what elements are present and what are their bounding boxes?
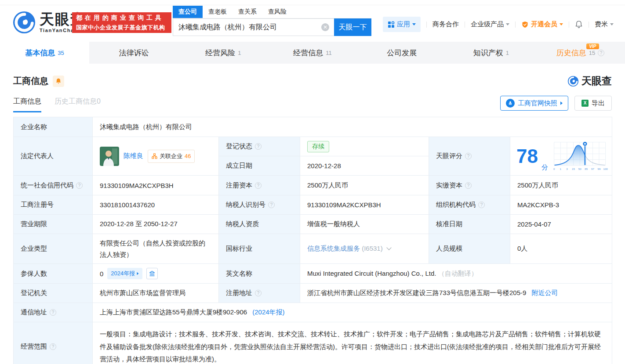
- tab-operation-info[interactable]: 经营信息 11: [268, 42, 357, 64]
- legal-rep-avatar[interactable]: [100, 147, 119, 166]
- tab-label: 法律诉讼: [119, 48, 149, 58]
- mail-address-value: 上海上海市黄浦区望达路55号鼎博大厦9楼902-906 (2024年报): [93, 303, 612, 322]
- credit-code-value: 91330109MA2KCXPB3H: [93, 176, 219, 195]
- nav-enterprise[interactable]: 企业级产品: [471, 20, 509, 29]
- tick-label: 15: [572, 167, 575, 170]
- annual-report-badge[interactable]: 2024年报: [107, 268, 142, 279]
- english-name-text: Muxi Integrated Circuit (Hangzhou) Co., …: [307, 270, 436, 277]
- chevron-down-icon: [506, 23, 509, 25]
- tab-legal-proceedings[interactable]: 法律诉讼: [89, 42, 178, 64]
- tab-label: 基本信息: [25, 48, 55, 58]
- reg-authority-label: 登记机关: [14, 284, 93, 303]
- org-code-label: 组织机构代码?: [429, 195, 510, 215]
- help-icon[interactable]: ?: [465, 182, 472, 189]
- content-area: 工商信息 天眼查 工商信息 历史工商信息0: [0, 74, 625, 364]
- reg-address-value: 浙江省杭州市萧山区经济技术开发区建设三路733号信息港五期一号楼205-9 附近…: [300, 284, 612, 303]
- annual-report-link[interactable]: (2024年报): [252, 308, 284, 316]
- org-chart-icon: [152, 153, 157, 159]
- tab-company-development[interactable]: 公司发展: [357, 42, 447, 64]
- help-icon[interactable]: ?: [50, 343, 56, 350]
- nav-apps-label: 应用: [397, 20, 410, 29]
- business-term-value: 2020-12-28 至 2050-12-27: [93, 215, 219, 234]
- tab-label: 公司发展: [387, 48, 417, 58]
- help-icon[interactable]: ?: [465, 153, 472, 159]
- table-row: 企业名称 沐曦集成电路（杭州）有限公司: [14, 117, 612, 137]
- arrow-right-icon: [137, 272, 139, 275]
- search-tabs: 查公司 查老板 查关系 查风险: [173, 6, 371, 18]
- help-icon[interactable]: ?: [255, 143, 262, 150]
- tick-label: 50: [578, 167, 581, 170]
- search-area: 查公司 查老板 查关系 查风险 ✕ 天眼一下: [173, 6, 371, 36]
- search-button[interactable]: 天眼一下: [334, 18, 371, 36]
- reg-number-value: 330181001437620: [93, 195, 219, 215]
- nav-cooperation[interactable]: 商务合作: [432, 20, 459, 29]
- clear-search-icon[interactable]: ✕: [321, 23, 329, 31]
- tab-history-info[interactable]: 历史信息 15 ? VIP: [536, 42, 625, 64]
- nav-enterprise-label: 企业级产品: [471, 20, 504, 29]
- nav-vip[interactable]: 开通会员: [521, 20, 563, 29]
- related-companies-badge[interactable]: 关联企业 46: [148, 150, 195, 163]
- top-divider: [0, 5, 625, 5]
- help-icon[interactable]: ?: [76, 182, 83, 189]
- table-row: 参保人数 0 2024年报: [14, 264, 612, 284]
- score-cell: 78 分: [510, 137, 612, 176]
- help-icon[interactable]: ?: [50, 309, 56, 316]
- status-badge: 存续: [307, 141, 329, 152]
- insured-trend-button[interactable]: [146, 268, 158, 279]
- nav-vip-label: 开通会员: [531, 20, 557, 29]
- insured-cell: 0 2024年报: [93, 264, 219, 284]
- help-icon[interactable]: ?: [478, 202, 485, 208]
- tab-intellectual-property[interactable]: 知识产权 1: [447, 42, 536, 64]
- company-name-value: 沐曦集成电路（杭州）有限公司: [93, 117, 612, 137]
- subtab-history-business-info[interactable]: 历史工商信息0: [55, 97, 101, 112]
- tab-count: 11: [326, 50, 332, 56]
- tab-label: 历史信息: [556, 48, 586, 58]
- label-text: 组织机构代码: [436, 201, 476, 209]
- subscribe-bell-button[interactable]: [53, 76, 64, 87]
- chevron-down-icon[interactable]: [386, 245, 391, 250]
- label-text: 通信地址: [21, 308, 47, 317]
- nav-divider: [569, 22, 569, 28]
- nav-notifications[interactable]: [575, 20, 583, 29]
- tab-label: 知识产权: [473, 48, 503, 58]
- table-row: 法定代表人 陈维良: [14, 137, 612, 156]
- search-tab-boss[interactable]: 查老板: [203, 6, 233, 18]
- toolbar-buttons: 工商官网快照 X 导出: [500, 96, 612, 112]
- tick-label: 3: [566, 167, 568, 170]
- related-companies-count: 46: [185, 153, 191, 159]
- official-snapshot-button[interactable]: 工商官网快照: [500, 96, 568, 111]
- tab-basic-info[interactable]: 基本信息 35: [0, 42, 89, 64]
- legal-rep-name-link[interactable]: 陈维良: [124, 152, 143, 160]
- credit-code-label: 统一社会信用代码?: [14, 176, 93, 195]
- search-input[interactable]: [173, 18, 334, 36]
- apps-grid-icon: [388, 21, 395, 28]
- help-icon[interactable]: ?: [268, 202, 275, 208]
- help-icon[interactable]: ?: [255, 290, 262, 296]
- reg-capital-label: 注册资本?: [219, 176, 300, 195]
- label-text: 实缴资本: [436, 181, 462, 190]
- insured-label: 参保人数: [14, 264, 93, 284]
- search-tab-risk[interactable]: 查风险: [262, 6, 292, 18]
- subtab-business-info[interactable]: 工商信息: [13, 97, 41, 112]
- nav-user[interactable]: 费米: [595, 20, 614, 29]
- tab-count: 35: [58, 50, 64, 56]
- help-icon[interactable]: ?: [598, 50, 604, 56]
- related-companies-label: 关联企业: [160, 152, 182, 160]
- taxpayer-id-label: 纳税人识别号?: [219, 195, 300, 215]
- nearby-companies-link[interactable]: 附近公司: [532, 289, 558, 296]
- search-tab-company[interactable]: 查公司: [173, 6, 203, 18]
- help-icon[interactable]: ?: [255, 182, 262, 189]
- company-name-label: 企业名称: [14, 117, 93, 137]
- nav-apps[interactable]: 应用: [383, 17, 421, 32]
- tab-label: 经营信息: [293, 48, 323, 58]
- watermark-logo: 天眼查: [567, 74, 612, 88]
- industry-label: 国标行业: [219, 234, 300, 264]
- export-button[interactable]: X 导出: [574, 96, 612, 111]
- chevron-down-icon: [412, 23, 416, 25]
- label-text: 天眼评分: [436, 152, 462, 160]
- label-text: 纳税人识别号: [226, 201, 265, 209]
- tab-operation-risk[interactable]: 经营风险 1: [178, 42, 268, 64]
- industry-link[interactable]: 信息系统集成服务: [307, 245, 360, 252]
- company-type-value: 有限责任公司（自然人投资或控股的法人独资）: [93, 234, 219, 264]
- search-tab-relation[interactable]: 查关系: [233, 6, 262, 18]
